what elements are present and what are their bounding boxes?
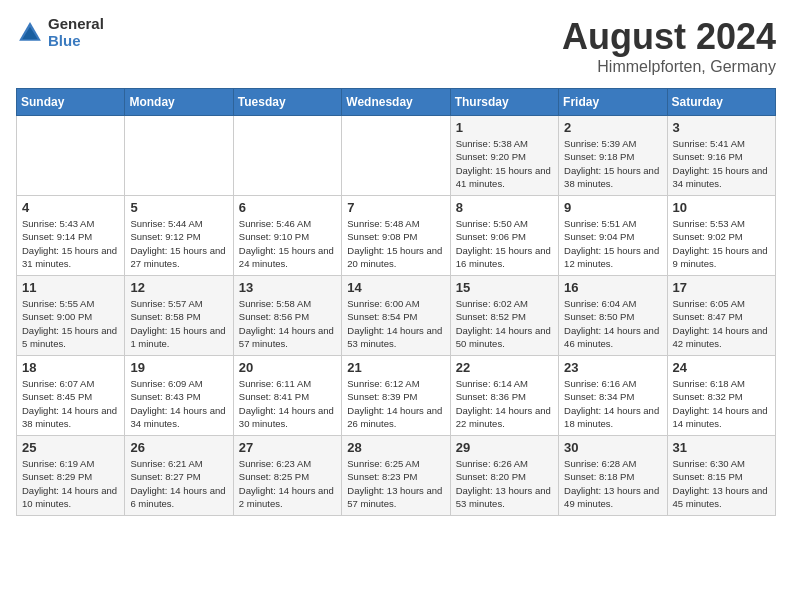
calendar-cell: 4Sunrise: 5:43 AM Sunset: 9:14 PM Daylig… — [17, 196, 125, 276]
day-number: 9 — [564, 200, 661, 215]
day-info: Sunrise: 6:18 AM Sunset: 8:32 PM Dayligh… — [673, 377, 770, 430]
calendar-cell: 29Sunrise: 6:26 AM Sunset: 8:20 PM Dayli… — [450, 436, 558, 516]
weekday-header: Thursday — [450, 89, 558, 116]
calendar-cell: 13Sunrise: 5:58 AM Sunset: 8:56 PM Dayli… — [233, 276, 341, 356]
calendar-cell: 11Sunrise: 5:55 AM Sunset: 9:00 PM Dayli… — [17, 276, 125, 356]
day-number: 2 — [564, 120, 661, 135]
weekday-header: Sunday — [17, 89, 125, 116]
calendar-cell: 24Sunrise: 6:18 AM Sunset: 8:32 PM Dayli… — [667, 356, 775, 436]
day-info: Sunrise: 6:07 AM Sunset: 8:45 PM Dayligh… — [22, 377, 119, 430]
calendar-cell: 12Sunrise: 5:57 AM Sunset: 8:58 PM Dayli… — [125, 276, 233, 356]
day-info: Sunrise: 5:58 AM Sunset: 8:56 PM Dayligh… — [239, 297, 336, 350]
calendar-body: 1Sunrise: 5:38 AM Sunset: 9:20 PM Daylig… — [17, 116, 776, 516]
day-info: Sunrise: 5:38 AM Sunset: 9:20 PM Dayligh… — [456, 137, 553, 190]
day-number: 13 — [239, 280, 336, 295]
calendar-week-row: 18Sunrise: 6:07 AM Sunset: 8:45 PM Dayli… — [17, 356, 776, 436]
calendar-cell: 21Sunrise: 6:12 AM Sunset: 8:39 PM Dayli… — [342, 356, 450, 436]
calendar-cell: 27Sunrise: 6:23 AM Sunset: 8:25 PM Dayli… — [233, 436, 341, 516]
calendar-cell — [125, 116, 233, 196]
day-number: 28 — [347, 440, 444, 455]
page-header: General Blue August 2024 Himmelpforten, … — [16, 16, 776, 76]
calendar-cell: 17Sunrise: 6:05 AM Sunset: 8:47 PM Dayli… — [667, 276, 775, 356]
day-number: 25 — [22, 440, 119, 455]
day-number: 26 — [130, 440, 227, 455]
day-info: Sunrise: 5:39 AM Sunset: 9:18 PM Dayligh… — [564, 137, 661, 190]
day-number: 6 — [239, 200, 336, 215]
logo-text: General Blue — [48, 16, 104, 49]
day-info: Sunrise: 6:05 AM Sunset: 8:47 PM Dayligh… — [673, 297, 770, 350]
calendar-cell: 25Sunrise: 6:19 AM Sunset: 8:29 PM Dayli… — [17, 436, 125, 516]
logo-general-text: General — [48, 16, 104, 33]
day-number: 18 — [22, 360, 119, 375]
day-info: Sunrise: 6:16 AM Sunset: 8:34 PM Dayligh… — [564, 377, 661, 430]
day-number: 15 — [456, 280, 553, 295]
weekday-header: Saturday — [667, 89, 775, 116]
calendar-cell — [17, 116, 125, 196]
calendar-week-row: 1Sunrise: 5:38 AM Sunset: 9:20 PM Daylig… — [17, 116, 776, 196]
calendar-cell: 31Sunrise: 6:30 AM Sunset: 8:15 PM Dayli… — [667, 436, 775, 516]
weekday-header: Monday — [125, 89, 233, 116]
day-info: Sunrise: 6:25 AM Sunset: 8:23 PM Dayligh… — [347, 457, 444, 510]
day-info: Sunrise: 5:43 AM Sunset: 9:14 PM Dayligh… — [22, 217, 119, 270]
day-info: Sunrise: 5:41 AM Sunset: 9:16 PM Dayligh… — [673, 137, 770, 190]
day-number: 30 — [564, 440, 661, 455]
day-info: Sunrise: 6:19 AM Sunset: 8:29 PM Dayligh… — [22, 457, 119, 510]
day-number: 16 — [564, 280, 661, 295]
day-info: Sunrise: 5:51 AM Sunset: 9:04 PM Dayligh… — [564, 217, 661, 270]
calendar-cell: 6Sunrise: 5:46 AM Sunset: 9:10 PM Daylig… — [233, 196, 341, 276]
calendar-cell: 15Sunrise: 6:02 AM Sunset: 8:52 PM Dayli… — [450, 276, 558, 356]
title-block: August 2024 Himmelpforten, Germany — [562, 16, 776, 76]
day-info: Sunrise: 6:12 AM Sunset: 8:39 PM Dayligh… — [347, 377, 444, 430]
calendar-cell: 1Sunrise: 5:38 AM Sunset: 9:20 PM Daylig… — [450, 116, 558, 196]
logo-icon — [16, 19, 44, 47]
day-info: Sunrise: 5:50 AM Sunset: 9:06 PM Dayligh… — [456, 217, 553, 270]
day-info: Sunrise: 5:48 AM Sunset: 9:08 PM Dayligh… — [347, 217, 444, 270]
day-info: Sunrise: 6:09 AM Sunset: 8:43 PM Dayligh… — [130, 377, 227, 430]
day-info: Sunrise: 5:57 AM Sunset: 8:58 PM Dayligh… — [130, 297, 227, 350]
day-number: 10 — [673, 200, 770, 215]
day-number: 19 — [130, 360, 227, 375]
calendar-week-row: 4Sunrise: 5:43 AM Sunset: 9:14 PM Daylig… — [17, 196, 776, 276]
day-info: Sunrise: 5:53 AM Sunset: 9:02 PM Dayligh… — [673, 217, 770, 270]
month-title: August 2024 — [562, 16, 776, 58]
day-number: 20 — [239, 360, 336, 375]
day-number: 27 — [239, 440, 336, 455]
day-info: Sunrise: 6:28 AM Sunset: 8:18 PM Dayligh… — [564, 457, 661, 510]
day-number: 21 — [347, 360, 444, 375]
calendar-week-row: 25Sunrise: 6:19 AM Sunset: 8:29 PM Dayli… — [17, 436, 776, 516]
calendar-cell: 3Sunrise: 5:41 AM Sunset: 9:16 PM Daylig… — [667, 116, 775, 196]
day-number: 22 — [456, 360, 553, 375]
calendar-cell: 5Sunrise: 5:44 AM Sunset: 9:12 PM Daylig… — [125, 196, 233, 276]
day-info: Sunrise: 5:44 AM Sunset: 9:12 PM Dayligh… — [130, 217, 227, 270]
logo: General Blue — [16, 16, 104, 49]
day-number: 1 — [456, 120, 553, 135]
day-info: Sunrise: 6:04 AM Sunset: 8:50 PM Dayligh… — [564, 297, 661, 350]
calendar-cell: 2Sunrise: 5:39 AM Sunset: 9:18 PM Daylig… — [559, 116, 667, 196]
calendar-cell: 26Sunrise: 6:21 AM Sunset: 8:27 PM Dayli… — [125, 436, 233, 516]
calendar-cell: 30Sunrise: 6:28 AM Sunset: 8:18 PM Dayli… — [559, 436, 667, 516]
calendar-cell: 9Sunrise: 5:51 AM Sunset: 9:04 PM Daylig… — [559, 196, 667, 276]
weekday-header: Friday — [559, 89, 667, 116]
calendar-cell: 23Sunrise: 6:16 AM Sunset: 8:34 PM Dayli… — [559, 356, 667, 436]
calendar-cell: 18Sunrise: 6:07 AM Sunset: 8:45 PM Dayli… — [17, 356, 125, 436]
day-number: 3 — [673, 120, 770, 135]
day-number: 5 — [130, 200, 227, 215]
calendar-cell: 16Sunrise: 6:04 AM Sunset: 8:50 PM Dayli… — [559, 276, 667, 356]
day-number: 23 — [564, 360, 661, 375]
day-number: 7 — [347, 200, 444, 215]
calendar-cell: 22Sunrise: 6:14 AM Sunset: 8:36 PM Dayli… — [450, 356, 558, 436]
calendar-cell — [342, 116, 450, 196]
calendar-cell: 20Sunrise: 6:11 AM Sunset: 8:41 PM Dayli… — [233, 356, 341, 436]
day-info: Sunrise: 6:30 AM Sunset: 8:15 PM Dayligh… — [673, 457, 770, 510]
calendar-cell: 8Sunrise: 5:50 AM Sunset: 9:06 PM Daylig… — [450, 196, 558, 276]
day-info: Sunrise: 5:46 AM Sunset: 9:10 PM Dayligh… — [239, 217, 336, 270]
day-number: 31 — [673, 440, 770, 455]
day-info: Sunrise: 6:02 AM Sunset: 8:52 PM Dayligh… — [456, 297, 553, 350]
day-info: Sunrise: 6:14 AM Sunset: 8:36 PM Dayligh… — [456, 377, 553, 430]
day-info: Sunrise: 6:26 AM Sunset: 8:20 PM Dayligh… — [456, 457, 553, 510]
calendar-cell: 28Sunrise: 6:25 AM Sunset: 8:23 PM Dayli… — [342, 436, 450, 516]
day-number: 29 — [456, 440, 553, 455]
weekday-row: SundayMondayTuesdayWednesdayThursdayFrid… — [17, 89, 776, 116]
day-number: 17 — [673, 280, 770, 295]
day-info: Sunrise: 6:11 AM Sunset: 8:41 PM Dayligh… — [239, 377, 336, 430]
